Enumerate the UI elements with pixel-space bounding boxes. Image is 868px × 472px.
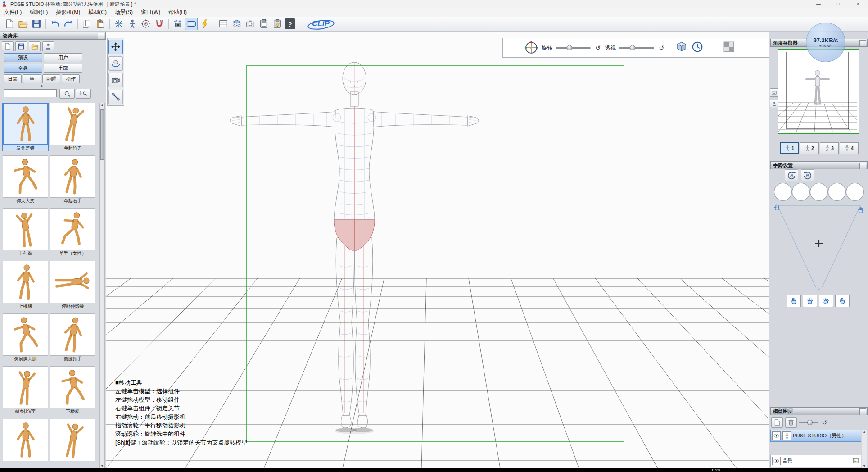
layer-row[interactable]: 背景 xyxy=(770,455,861,467)
pose-item[interactable]: 仰卧伸懒腰 xyxy=(50,261,95,309)
category-tab-日常[interactable]: 日常 xyxy=(4,74,22,83)
category-tab-坐[interactable]: 坐 xyxy=(23,74,41,83)
scroll-up-icon[interactable]: ▲ xyxy=(862,430,867,434)
layers-panel-close-button[interactable] xyxy=(859,408,866,415)
copy-button[interactable] xyxy=(81,18,93,30)
panel-layers-button[interactable] xyxy=(231,18,243,30)
visibility-toggle[interactable] xyxy=(772,431,781,440)
dark-sphere-icon[interactable] xyxy=(707,41,719,54)
menu-item[interactable]: 编辑(E) xyxy=(26,8,52,17)
pose-item[interactable]: 上楼梯 xyxy=(3,261,48,309)
hand-pose-1-button[interactable] xyxy=(787,295,801,307)
splitter-handle[interactable]: ◆ xyxy=(41,84,43,88)
orientation-gizmo-icon[interactable] xyxy=(524,41,538,55)
visibility-toggle[interactable] xyxy=(772,457,781,465)
rotate-slider[interactable] xyxy=(556,45,591,51)
pose-item[interactable]: 侧身比V字 xyxy=(3,366,48,414)
clipboard-a-button[interactable] xyxy=(258,18,270,30)
checker-icon[interactable] xyxy=(723,41,735,54)
panel-list-button[interactable] xyxy=(217,18,230,30)
menu-item[interactable]: 摄影机(M) xyxy=(52,8,84,17)
scroll-down-icon[interactable]: ▼ xyxy=(862,464,867,468)
angle-panel-close-button[interactable] xyxy=(859,40,866,47)
clock-icon[interactable] xyxy=(692,41,703,54)
scroll-thumb[interactable] xyxy=(100,109,104,160)
pose-item[interactable]: 单手（女性） xyxy=(50,208,95,256)
pose-item[interactable] xyxy=(3,419,48,467)
redo-button[interactable] xyxy=(62,18,75,30)
camera-tool-button[interactable] xyxy=(108,73,123,87)
close-button[interactable]: × xyxy=(848,0,868,8)
pose-new-icon[interactable] xyxy=(2,41,14,51)
preset-filter-button[interactable]: 预设 xyxy=(4,53,42,62)
perspective-slider[interactable] xyxy=(619,45,654,51)
target-button[interactable] xyxy=(140,18,152,30)
viewport-3d[interactable]: 旋转 ↺ 透视 ↺ ■移动工具 左键单击模型：选择组件左键拖动模型：移动组件右键… xyxy=(106,32,769,468)
shading-sphere-icon[interactable] xyxy=(507,41,521,54)
angle-slot-3[interactable]: 3 xyxy=(820,142,839,154)
category-tab-动作[interactable]: 动作 xyxy=(62,74,80,83)
figure-down-button[interactable] xyxy=(126,18,139,30)
undo-button[interactable] xyxy=(49,18,61,30)
pose-item[interactable]: 仰天大笑 xyxy=(3,155,48,204)
help-button[interactable]: ? xyxy=(285,18,295,29)
layer-list-scrollbar[interactable]: ▲ ▼ xyxy=(862,430,867,468)
pose-item[interactable]: 发觉差错 xyxy=(3,103,48,151)
angle-slot-2[interactable]: 2 xyxy=(800,142,819,154)
angle-preview[interactable] xyxy=(778,49,859,134)
pose-person-icon[interactable] xyxy=(42,41,54,51)
scroll-down-icon[interactable]: ▼ xyxy=(100,464,104,468)
hand-pose-3-button[interactable] xyxy=(819,295,833,307)
user-filter-button[interactable]: 用户 xyxy=(44,53,82,62)
hand-pose-4-button[interactable] xyxy=(835,295,850,307)
gesture-panel-close-button[interactable] xyxy=(859,163,866,169)
pose-item[interactable]: 单起竹刀 xyxy=(50,103,95,151)
minimize-button[interactable]: — xyxy=(809,0,828,8)
scroll-up-icon[interactable]: ▲ xyxy=(100,103,104,107)
magnet-button[interactable] xyxy=(153,18,166,30)
save-file-button[interactable] xyxy=(30,18,43,30)
hand-filter-button[interactable]: 手部 xyxy=(44,64,82,73)
pose-item[interactable]: 上勾拳 xyxy=(3,208,48,256)
layer-row[interactable]: POSE STUDIO（男性） xyxy=(770,430,861,442)
open-file-button[interactable] xyxy=(17,18,29,30)
menu-item[interactable]: 场景(S) xyxy=(111,8,137,17)
fullbody-filter-button[interactable]: 全身 xyxy=(4,64,42,73)
lightning-button[interactable] xyxy=(199,18,211,30)
pose-item[interactable]: 下楼梯 xyxy=(50,366,95,414)
menu-item[interactable]: 窗口(W) xyxy=(137,8,164,17)
pose-save-icon[interactable] xyxy=(15,41,27,51)
angle-slot-4[interactable]: 4 xyxy=(840,142,859,154)
pose-search-person-icon[interactable] xyxy=(76,89,91,99)
rotate-reset-button[interactable]: ↺ xyxy=(594,44,602,51)
pose-search-icon[interactable] xyxy=(59,89,75,99)
panel-camera-button[interactable] xyxy=(244,18,257,30)
layer-reset-button[interactable]: ↺ xyxy=(820,419,828,426)
move-tool-button[interactable] xyxy=(108,40,123,54)
new-layer-icon[interactable] xyxy=(771,417,783,428)
delete-layer-icon[interactable] xyxy=(785,417,797,428)
maximize-button[interactable]: □ xyxy=(828,0,848,8)
menu-item[interactable]: 文件(F) xyxy=(0,8,26,17)
hand-pose-2-button[interactable] xyxy=(803,295,817,307)
hand-diagram[interactable] xyxy=(773,180,865,295)
cube-icon[interactable] xyxy=(676,41,687,54)
menu-item[interactable]: 帮助(H) xyxy=(164,8,191,17)
pose-item[interactable]: 侧脸拍手 xyxy=(50,313,95,362)
rotate-hand-left-button[interactable] xyxy=(785,169,798,181)
pose-library-menu-button[interactable] xyxy=(98,33,104,40)
layer-opacity-slider[interactable] xyxy=(799,419,818,426)
pose-item[interactable]: 单起右手 xyxy=(50,155,95,204)
bone-tool-button[interactable] xyxy=(108,90,123,104)
pose-item[interactable] xyxy=(50,419,95,467)
perspective-reset-button[interactable]: ↺ xyxy=(657,44,665,51)
joint-button[interactable] xyxy=(113,18,125,30)
new-file-button[interactable] xyxy=(3,18,16,30)
pose-list-scrollbar[interactable]: ▲ ▼ xyxy=(99,103,105,468)
rotate-view-tool-button[interactable] xyxy=(108,56,123,71)
pose-folder-icon[interactable] xyxy=(29,41,41,51)
category-tab-卧睡[interactable]: 卧睡 xyxy=(42,74,60,83)
angle-slot-1[interactable]: 1 xyxy=(780,142,799,154)
camera-move-button[interactable] xyxy=(172,18,184,30)
paste-button[interactable] xyxy=(94,18,107,30)
